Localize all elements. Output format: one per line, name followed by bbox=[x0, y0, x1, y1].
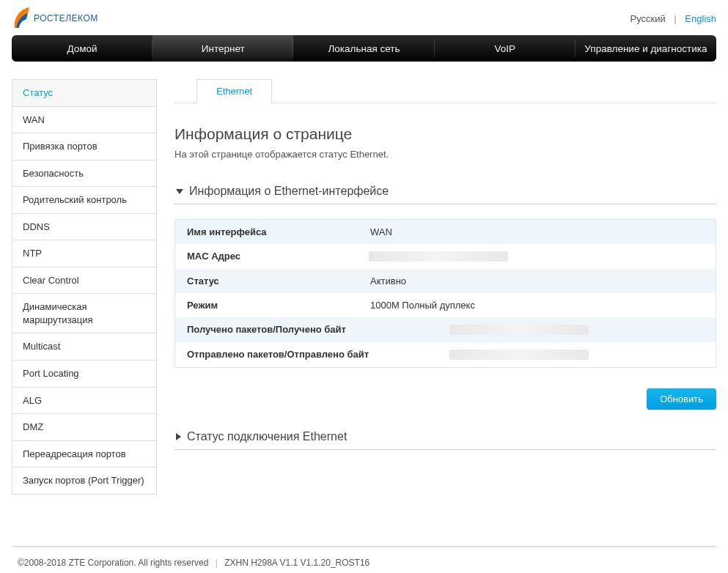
label-interface-name: Имя интерфейса bbox=[175, 220, 366, 244]
value-status: Активно bbox=[366, 269, 716, 293]
label-status: Статус bbox=[175, 269, 366, 293]
row-status: Статус Активно bbox=[175, 269, 716, 293]
nav-voip[interactable]: VoIP bbox=[435, 35, 576, 62]
sidebar-item-ddns[interactable]: DDNS bbox=[12, 214, 156, 241]
sidebar-item-alg[interactable]: ALG bbox=[12, 388, 156, 415]
nav-admin[interactable]: Управление и диагностика bbox=[576, 35, 716, 62]
row-interface-name: Имя интерфейса WAN bbox=[175, 220, 716, 244]
ethernet-info-table: Имя интерфейса WAN MAC Адрес Статус Акти… bbox=[174, 219, 716, 368]
sidebar-item-dynroute[interactable]: Динамическая маршрутизация bbox=[12, 294, 156, 333]
footer-model: ZXHN H298A V1.1 V1.1.20_ROST16 bbox=[224, 558, 369, 568]
row-tx: Отправлено пакетов/Отправлено байт bbox=[175, 342, 716, 367]
sidebar-item-dmz[interactable]: DMZ bbox=[12, 414, 156, 441]
lang-separator: | bbox=[674, 13, 676, 24]
section-connection-status-title: Статус подключения Ethernet bbox=[187, 430, 347, 443]
sidebar-item-wan[interactable]: WAN bbox=[12, 107, 156, 134]
nav-internet[interactable]: Интернет bbox=[152, 35, 293, 62]
tab-ethernet[interactable]: Ethernet bbox=[196, 79, 272, 103]
row-mac: MAC Адрес bbox=[175, 244, 716, 269]
caret-right-icon bbox=[176, 433, 181, 440]
label-rx: Получено пакетов/Получено байт bbox=[175, 317, 446, 342]
value-rx bbox=[449, 325, 589, 335]
label-tx: Отправлено пакетов/Отправлено байт bbox=[175, 342, 446, 367]
row-rx: Получено пакетов/Получено байт bbox=[175, 317, 716, 342]
brand-text: РОСТЕЛЕКОМ bbox=[34, 13, 98, 23]
value-mode: 1000M Полный дуплекс bbox=[366, 293, 716, 317]
sidebar: Статус WAN Привязка портов Безопасность … bbox=[12, 79, 157, 495]
sidebar-item-portfwd[interactable]: Переадресация портов bbox=[12, 441, 156, 468]
sidebar-item-clear[interactable]: Clear Control bbox=[12, 267, 156, 295]
sidebar-item-portbind[interactable]: Привязка портов bbox=[12, 133, 156, 160]
section-connection-status-header[interactable]: Статус подключения Ethernet bbox=[174, 426, 716, 450]
label-mode: Режим bbox=[175, 293, 366, 317]
section-ethernet-info-title: Информация о Ethernet-интерфейсе bbox=[189, 185, 389, 198]
page-title: Информация о странице bbox=[174, 125, 716, 143]
label-mac: MAC Адрес bbox=[175, 244, 366, 269]
lang-ru-link[interactable]: Русский bbox=[630, 13, 665, 24]
sidebar-item-parental[interactable]: Родительский контроль bbox=[12, 187, 156, 214]
footer: ©2008-2018 ZTE Corporation. All rights r… bbox=[12, 546, 716, 573]
nav-home[interactable]: Домой bbox=[12, 35, 152, 62]
nav-lan[interactable]: Локальная сеть bbox=[293, 35, 434, 62]
brand-logo: РОСТЕЛЕКОМ bbox=[12, 6, 98, 31]
language-switch: Русский | English bbox=[630, 13, 716, 24]
sidebar-item-status[interactable]: Статус bbox=[12, 80, 156, 107]
value-tx bbox=[449, 350, 589, 360]
footer-copyright: ©2008-2018 ZTE Corporation. All rights r… bbox=[18, 558, 208, 568]
tab-row: Ethernet bbox=[174, 79, 716, 103]
sidebar-item-porttrig[interactable]: Запуск портов (Port Trigger) bbox=[12, 467, 156, 495]
value-interface-name: WAN bbox=[366, 220, 716, 244]
row-mode: Режим 1000M Полный дуплекс bbox=[175, 293, 716, 317]
page-description: На этой странице отображается статус Eth… bbox=[174, 149, 716, 160]
top-navigation: Домой Интернет Локальная сеть VoIP Управ… bbox=[12, 35, 716, 62]
sidebar-item-ntp[interactable]: NTP bbox=[12, 240, 156, 267]
main-content: Ethernet Информация о странице На этой с… bbox=[174, 79, 716, 450]
caret-down-icon bbox=[176, 189, 183, 194]
section-ethernet-info-header[interactable]: Информация о Ethernet-интерфейсе bbox=[174, 180, 716, 204]
sidebar-item-portloc[interactable]: Port Locating bbox=[12, 361, 156, 388]
sidebar-item-security[interactable]: Безопасность bbox=[12, 160, 156, 188]
refresh-button[interactable]: Обновить bbox=[647, 388, 716, 410]
value-mac bbox=[369, 251, 508, 262]
sidebar-item-multicast[interactable]: Multicast bbox=[12, 333, 156, 361]
lang-en-link[interactable]: English bbox=[685, 13, 716, 24]
rostelecom-icon bbox=[12, 6, 31, 31]
